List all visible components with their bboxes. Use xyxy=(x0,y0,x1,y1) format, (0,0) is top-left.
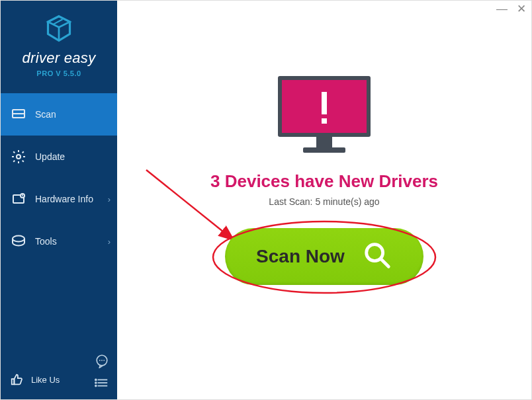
sidebar-item-label: Scan xyxy=(35,109,56,120)
svg-rect-18 xyxy=(303,147,345,153)
app-name: driver easy xyxy=(11,50,107,67)
status-headline: 3 Devices have New Drivers xyxy=(117,171,531,192)
scan-now-label: Scan Now xyxy=(256,246,345,267)
status-graphic xyxy=(117,73,531,159)
main-content: — ✕ 3 Devices have New Drivers Last Scan… xyxy=(117,1,531,399)
svg-point-12 xyxy=(95,382,97,383)
search-icon xyxy=(362,240,392,273)
like-us-button[interactable]: Like Us xyxy=(31,375,60,385)
nav: Scan Update Hardware Info › xyxy=(1,93,117,358)
app-logo-icon xyxy=(44,14,73,43)
gear-icon xyxy=(10,148,27,165)
svg-point-10 xyxy=(95,380,97,381)
close-button[interactable]: ✕ xyxy=(517,5,526,14)
sidebar-item-update[interactable]: Update xyxy=(1,136,117,178)
svg-point-2 xyxy=(17,155,21,159)
menu-button[interactable] xyxy=(95,376,109,393)
window-controls: — ✕ xyxy=(496,5,526,14)
scan-now-button[interactable]: Scan Now xyxy=(225,228,423,285)
sidebar-item-label: Hardware Info xyxy=(35,194,93,204)
sidebar-item-label: Update xyxy=(35,151,65,162)
scan-icon xyxy=(10,106,27,123)
monitor-alert-icon xyxy=(275,73,373,159)
svg-point-14 xyxy=(95,385,97,387)
sidebar-item-tools[interactable]: Tools › xyxy=(1,220,117,262)
svg-line-23 xyxy=(381,259,389,267)
minimize-button[interactable]: — xyxy=(496,5,508,14)
svg-rect-19 xyxy=(322,92,327,114)
logo-area: driver easy PRO V 5.5.0 xyxy=(1,1,117,84)
chevron-right-icon: › xyxy=(108,194,111,204)
svg-rect-20 xyxy=(322,118,327,124)
chevron-right-icon: › xyxy=(108,237,111,247)
last-scan-label: Last Scan: 5 minute(s) ago xyxy=(117,196,531,207)
sidebar-item-scan[interactable]: Scan xyxy=(1,93,117,136)
svg-rect-17 xyxy=(316,137,332,147)
sidebar: driver easy PRO V 5.5.0 Scan Update xyxy=(1,1,117,400)
sidebar-item-label: Tools xyxy=(35,236,57,247)
tools-icon xyxy=(10,233,27,250)
sidebar-item-hardware-info[interactable]: Hardware Info › xyxy=(1,178,117,220)
hardware-info-icon xyxy=(10,190,27,208)
thumbs-up-icon xyxy=(10,372,24,387)
app-version: PRO V 5.5.0 xyxy=(11,69,107,77)
